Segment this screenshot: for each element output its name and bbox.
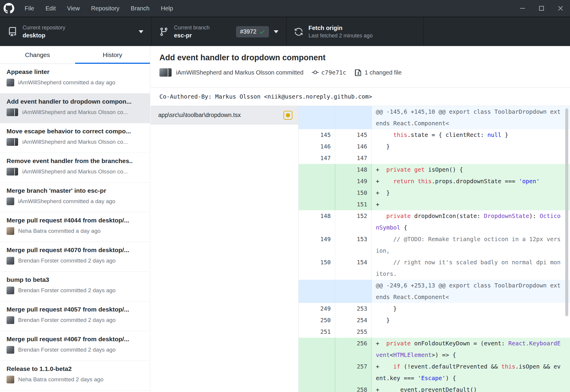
code-line: + private get isOpen() { <box>372 164 570 176</box>
commit-item-byline: iAmWillShepherd and Markus Olsson co... <box>7 168 145 176</box>
code-line: private dropdownIcon(state: DropdownStat… <box>372 210 570 233</box>
diff-scrollbar-thumb[interactable] <box>565 108 568 316</box>
commit-item[interactable]: Merge branch 'master' into esc-priAmWill… <box>0 183 150 212</box>
new-line-number: 253 <box>335 303 372 314</box>
commit-byline: iAmWillShepherd and Markus Olsson commit… <box>176 69 303 76</box>
menu-edit[interactable]: Edit <box>40 5 61 12</box>
avatar <box>7 257 14 265</box>
new-line-number: 151 <box>335 199 372 210</box>
commit-item[interactable]: Release to 1.1.0-beta2Neha Batra committ… <box>0 361 150 391</box>
commit-item-byline: Brendan Forster committed 2 days ago <box>7 257 145 265</box>
maximize-button[interactable] <box>532 0 551 17</box>
file-diff-icon <box>354 69 362 76</box>
avatar <box>7 168 14 176</box>
commit-item-title: Merge branch 'master' into esc-pr <box>7 187 145 194</box>
commit-item-byline: iAmWillShepherd and Markus Olsson co... <box>7 138 145 146</box>
close-button[interactable] <box>551 0 570 17</box>
diff-rows: @@ -145,6 +145,10 @@ export class Toolba… <box>299 106 570 392</box>
minimize-button[interactable] <box>513 0 532 17</box>
title-bar: FileEditViewRepositoryBranchHelp <box>0 0 570 17</box>
diff-row: 151+ <box>299 199 570 210</box>
old-line-number <box>299 106 335 129</box>
pr-badge[interactable]: #3972 <box>236 26 269 37</box>
commit-item-title: Merge pull request #4070 from desktop/..… <box>7 246 145 254</box>
commit-item[interactable]: Remove event handler from the branches..… <box>0 153 150 183</box>
menu-repository[interactable]: Repository <box>86 5 125 12</box>
menu-file[interactable]: File <box>19 5 40 12</box>
menu-view[interactable]: View <box>61 5 86 12</box>
byline-text: Neha Batra committed a day ago <box>18 228 101 234</box>
commit-item[interactable]: Merge pull request #4044 from desktop/..… <box>0 212 150 242</box>
avatar <box>7 227 14 235</box>
commit-item-title: Add event handler to dropdown compon... <box>7 98 145 105</box>
new-line-number <box>335 280 372 303</box>
commit-item[interactable]: bump to beta3Brendan Forster committed 2… <box>0 272 150 301</box>
old-line-number: 251 <box>299 326 335 338</box>
avatar <box>7 376 14 383</box>
file-path: app\src\ui\toolbar\dropdown.tsx <box>158 112 284 118</box>
avatar <box>7 108 14 116</box>
diff-row: 148+ private get isOpen() { <box>299 164 570 176</box>
file-row[interactable]: app\src\ui\toolbar\dropdown.tsx <box>151 106 298 124</box>
old-line-number: 148 <box>299 210 335 233</box>
byline-text: iAmWillShepherd committed a day ago <box>18 198 115 205</box>
commit-item-byline: Neha Batra committed 2 days ago <box>7 376 145 383</box>
pr-number: #3972 <box>240 28 256 35</box>
commit-item[interactable]: Merge pull request #4057 from desktop/..… <box>0 301 150 331</box>
current-branch-value: esc-pr <box>174 32 210 39</box>
diff-row: 258+ event.preventDefault() <box>299 384 570 392</box>
new-line-number: 153 <box>335 233 372 257</box>
new-line-number: 149 <box>335 176 372 187</box>
code-line <box>372 152 570 164</box>
commit-item-byline: Neha Batra committed a day ago <box>7 227 145 235</box>
fetch-origin-button[interactable]: Fetch origin Last fetched 2 minutes ago <box>286 17 424 46</box>
menu-branch[interactable]: Branch <box>125 5 155 12</box>
diff-row: 149+ return this.props.dropdownState ===… <box>299 176 570 187</box>
code-line: // right now it's scaled badly on normal… <box>372 257 570 280</box>
diff-row: 149153 // @TODO: Remake triangle octicon… <box>299 233 570 257</box>
commit-item[interactable]: Appease linteriAmWillShepherd committed … <box>0 64 150 94</box>
avatar <box>7 287 14 294</box>
avatar <box>7 79 14 86</box>
git-branch-icon <box>159 27 169 37</box>
avatar-stack <box>7 138 18 146</box>
commit-description: Co-Authored-By: Markus Olsson <niik@user… <box>151 88 570 106</box>
byline-text: iAmWillShepherd and Markus Olsson co... <box>22 168 128 175</box>
current-repository-button[interactable]: Current repository desktop <box>0 17 151 46</box>
code-line: + } <box>372 187 570 199</box>
new-line-number: 146 <box>335 141 372 152</box>
avatar <box>7 346 14 354</box>
code-line: + return this.props.dropdownState === 'o… <box>372 176 570 187</box>
old-line-number: 145 <box>299 129 335 141</box>
sidebar-tabs: Changes History <box>0 46 150 64</box>
repo-icon <box>8 27 17 37</box>
history-sidebar: Changes History Appease linteriAmWillShe… <box>0 46 150 392</box>
commit-item-title: Remove event handler from the branches.. <box>7 157 145 165</box>
current-repository-label: Current repository <box>23 25 65 31</box>
new-line-number: 152 <box>335 210 372 233</box>
tab-history[interactable]: History <box>75 46 150 64</box>
current-branch-button[interactable]: Current branch esc-pr #3972 <box>151 17 286 46</box>
avatar <box>7 197 14 205</box>
commit-item-byline: Brendan Forster committed 2 days ago <box>7 316 145 324</box>
commit-item[interactable]: Merge pull request #4067 from desktop/..… <box>0 331 150 361</box>
byline-text: Brendan Forster committed 2 days ago <box>18 287 115 294</box>
last-fetched-text: Last fetched 2 minutes ago <box>308 33 373 39</box>
commit-item[interactable]: Merge pull request #4070 from desktop/..… <box>0 242 150 272</box>
tab-changes[interactable]: Changes <box>0 46 75 64</box>
commit-item-title: Move escape behavior to correct compo... <box>7 128 145 135</box>
code-line: + <box>372 199 570 210</box>
current-branch-label: Current branch <box>174 25 210 31</box>
old-line-number: 250 <box>299 314 335 326</box>
old-line-number <box>299 361 335 384</box>
menu-help[interactable]: Help <box>155 5 179 12</box>
new-line-number: 148 <box>335 164 372 176</box>
commit-item[interactable]: Add event handler to dropdown compon...i… <box>0 94 150 123</box>
toolbar: Current repository desktop Current branc… <box>0 17 570 46</box>
diff-row: 145145 this.state = { clientRect: null } <box>299 129 570 141</box>
commit-item-title: Release to 1.1.0-beta2 <box>7 365 145 372</box>
code-line: } <box>372 314 570 326</box>
commit-item[interactable]: Move escape behavior to correct compo...… <box>0 123 150 153</box>
changed-files-count: 1 changed file <box>365 69 402 76</box>
new-line-number: 154 <box>335 257 372 280</box>
